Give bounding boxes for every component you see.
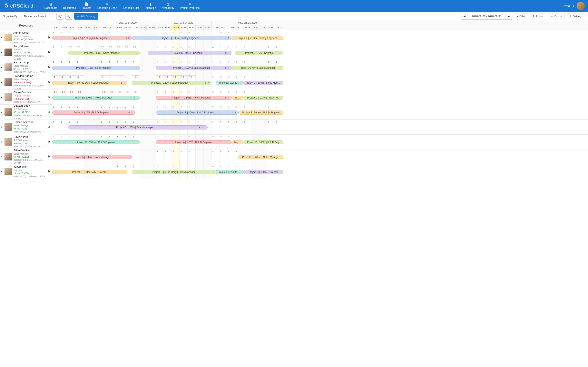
filter-button[interactable]: ▾Filter (514, 13, 528, 19)
next-range-button[interactable]: ▶ (506, 13, 512, 20)
expand-icon[interactable]: ▶ (1, 36, 3, 39)
booking-bar[interactable]: Project E | 9:00 to 17:00 D... (216, 81, 243, 85)
import-button[interactable]: ⬆Import (530, 13, 546, 19)
resource-row[interactable]: ▶ David Clark R & D Engineer 9 hrs (5.11… (0, 134, 52, 149)
booking-bar[interactable]: Project F | 56 Hrs | Quality Engineer (232, 36, 283, 40)
resource-row[interactable]: ▶ Brendon Adams Sales Manager -8.6 hrs (… (0, 75, 52, 90)
day-header[interactable]: 23 We (227, 25, 235, 30)
rss-icon[interactable] (48, 155, 51, 158)
rss-icon[interactable] (48, 125, 51, 129)
booking-bar[interactable]: Project D | 120% | Sales Manager✈ ✓ (132, 81, 212, 85)
rss-icon[interactable] (48, 110, 51, 114)
resource-row[interactable]: ▶ Clayton Stark R & D Engineer 56 hrs (3… (0, 105, 52, 119)
booking-bar[interactable]: Project F | 9 Hrs Daily | Sales Manager$… (52, 81, 127, 85)
booking-bar[interactable]: Project C | 100% | Sales Manager✈ $ ✓ (68, 125, 208, 129)
prev-range-button[interactable]: ◀ (461, 13, 468, 20)
booking-bar[interactable]: Project A | 1 FTE | R & D Engineer (156, 140, 232, 144)
booking-bar[interactable]: Project F | 56 Hrs | Sales Manage (238, 155, 283, 159)
rss-icon[interactable] (48, 81, 51, 84)
booking-bar[interactable]: Project A | 1 FTE | Project Manager$ ✓ (156, 96, 232, 100)
booking-bar[interactable]: Project D | 100% | R & D Engi (243, 140, 283, 144)
day-header[interactable]: 4 Fr (76, 25, 84, 30)
day-header[interactable]: 3 Th (68, 25, 76, 30)
day-header[interactable]: 29 Tu (275, 25, 283, 30)
expand-icon[interactable]: ▶ (1, 96, 3, 98)
booking-bar[interactable]: Project C | 100% | Sales Manage (243, 81, 283, 85)
settings-button[interactable]: ✎Settings (567, 13, 585, 19)
resource-row[interactable]: ▶ Andy Murray Scientist 47.6 hrs (27.05%… (0, 45, 52, 60)
booking-bar[interactable]: Project E | 63 Hrs | R & D Engineer (52, 140, 140, 144)
day-header[interactable]: 19 Sa (196, 25, 204, 30)
day-header[interactable]: 28 Mo (267, 25, 275, 30)
booking-bar[interactable]: Project D | 100% | Project Ma (243, 96, 283, 100)
day-header[interactable]: 27 Su (259, 25, 267, 30)
expand-icon[interactable]: ▶ (1, 156, 3, 158)
nav-scheduling-chart[interactable]: ≣Scheduling Chart (94, 1, 120, 11)
resource-row[interactable]: ▶ Ethan Walker Sales Manager 64 hrs (38.… (0, 149, 52, 164)
day-header[interactable]: 11 Fr (132, 25, 140, 30)
booking-bar[interactable]: Project D | 75% | Sales Manager (232, 66, 283, 70)
rss-icon[interactable] (48, 51, 51, 54)
booking-bar[interactable]: Project A | 25% | R & D Engineer✈ ✓ (52, 110, 135, 115)
rss-icon[interactable] (48, 170, 51, 173)
day-header[interactable]: 15 Tu (164, 25, 172, 30)
booking-bar[interactable]: Project C | 100% | Scientist$ ✓ (148, 51, 232, 55)
booking-bar[interactable]: Project A | 25% | Quality Engineer✈ $ (52, 36, 132, 40)
date-range-display[interactable]: 2020-09-01 - 2020-09-30 (468, 13, 506, 20)
nav-utilization[interactable]: ▮Utilization (142, 1, 159, 11)
day-header[interactable]: 16 We (172, 25, 180, 30)
booking-bar[interactable]: Project E | 120% | Project Manager✈ $ ✓ (52, 96, 140, 100)
day-header[interactable]: 13 Su (148, 25, 156, 30)
resource-row[interactable]: ▶ Claire Cornish Project Manager -14.4 h… (0, 90, 52, 105)
day-header[interactable]: 8 Tu (108, 25, 116, 30)
nav-schedule-list[interactable]: ☰Schedule List (120, 1, 142, 11)
expand-icon[interactable]: ▶ (1, 51, 3, 54)
nav-projects[interactable]: 📄Projects (79, 1, 94, 11)
nav-resources[interactable]: 👤Resources (60, 1, 79, 11)
day-header[interactable]: 25 Fr (243, 25, 251, 30)
booking-bar[interactable]: Project D | 90% | Sales Manager✈ ✓ (68, 51, 140, 55)
day-header[interactable]: 22 Tu (219, 25, 227, 30)
resource-row[interactable]: ▶ Barbara Lopez Sales Manager 30 hrs (17… (0, 60, 52, 75)
day-header[interactable]: 9 We (116, 25, 124, 30)
export-button[interactable]: ⬇Export (548, 13, 565, 19)
expand-icon[interactable]: ▶ (1, 170, 3, 173)
organize-select[interactable]: Resource - Project ▼ (22, 13, 54, 19)
expand-icon[interactable]: ▶ (1, 141, 3, 143)
booking-bar[interactable]: Project F | 56 Hrs | R & D Enginee (239, 110, 283, 115)
expand-icon[interactable]: ▶ (1, 111, 3, 113)
day-header[interactable]: 21 Mo (212, 25, 219, 30)
resource-row[interactable]: ▶ Colbert Atkinson Sales Manager 88 hrs … (0, 119, 52, 134)
expand-icon[interactable]: ▶ (1, 66, 3, 68)
nav-project-progress[interactable]: ≡Project Progress (177, 1, 202, 11)
day-header[interactable]: 12 Sa (140, 25, 148, 30)
day-header[interactable]: 14 Mo (156, 25, 164, 30)
day-header[interactable]: 5 Sa (84, 25, 92, 30)
nav-dashboard[interactable]: ▦Dashboard (42, 1, 60, 11)
day-header[interactable]: 7 Mo (100, 25, 108, 30)
add-booking-button[interactable]: + Add Booking (74, 13, 98, 20)
booking-bar[interactable]: Project E | 9:00 to 17:00 Da... (216, 170, 243, 174)
resource-row[interactable]: ▶ Jacob Tyler Scientist 14 hrs (7.95%) (… (0, 164, 52, 179)
expand-icon[interactable]: ▶ (1, 81, 3, 83)
rss-icon[interactable] (48, 66, 51, 69)
rss-icon[interactable] (48, 140, 51, 143)
booking-bar[interactable]: Project B | 100% | R & D Engineer$ ✓ (156, 110, 239, 115)
day-header[interactable]: 18 Fr (188, 25, 196, 30)
zoom-out-button[interactable]: 🔍⁻ (65, 13, 72, 20)
booking-bar[interactable]: Project F |... (232, 96, 243, 100)
day-header[interactable]: 6 Su (92, 25, 100, 30)
expand-icon[interactable]: ▶ (1, 126, 3, 128)
day-header[interactable]: 10 Th (124, 25, 132, 30)
user-menu[interactable]: Rahul ▼ (562, 2, 585, 10)
booking-bar[interactable]: Project F |... (232, 140, 243, 144)
logo[interactable]: eRS Cloud (3, 3, 33, 9)
rss-icon[interactable] (48, 36, 51, 39)
day-header[interactable]: 1 Tu (52, 25, 60, 30)
booking-bar[interactable]: Project F | 8 Hrs Daily | Scientist (52, 170, 127, 174)
booking-bar[interactable]: Project C | 100% | Sales Manager$ ✓ (156, 66, 232, 70)
resource-row[interactable]: ▶ Adrian Smith Quality Engineer 50.75 hr… (0, 30, 52, 45)
booking-bar[interactable]: Project D | 75% | Scientist (235, 51, 283, 55)
day-header[interactable]: 2 We (60, 25, 68, 30)
zoom-in-button[interactable]: 🔍⁺ (56, 13, 63, 20)
